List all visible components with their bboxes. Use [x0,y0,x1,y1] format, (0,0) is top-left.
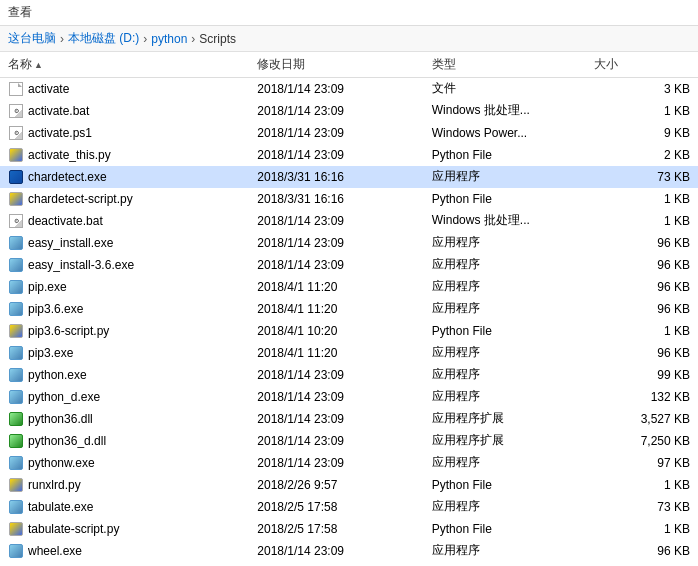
file-modified: 2018/4/1 10:20 [249,320,424,342]
file-size: 3 KB [586,78,698,100]
file-size: 1 KB [586,100,698,122]
file-modified: 2018/1/14 23:09 [249,122,424,144]
table-row[interactable]: runxlrd.py2018/2/26 9:57Python File1 KB [0,474,698,496]
file-type: 应用程序 [424,364,586,386]
table-row[interactable]: ⚙activate.bat2018/1/14 23:09Windows 批处理.… [0,100,698,122]
breadcrumb-sep-3: › [191,32,195,46]
col-type-header[interactable]: 类型 [424,52,586,78]
file-modified: 2018/1/14 23:09 [249,540,424,562]
file-type: 应用程序 [424,452,586,474]
file-size: 1 KB [586,518,698,540]
file-name: python_d.exe [28,390,100,404]
file-name-cell: pip3.6-script.py [0,320,249,342]
file-type: 应用程序 [424,166,586,188]
table-row[interactable]: wheel.exe2018/1/14 23:09应用程序96 KB [0,540,698,562]
file-size: 96 KB [586,342,698,364]
file-name: easy_install.exe [28,236,113,250]
table-row[interactable]: easy_install.exe2018/1/14 23:09应用程序96 KB [0,232,698,254]
breadcrumb-sep-1: › [60,32,64,46]
file-name: pip.exe [28,280,67,294]
table-row[interactable]: pip3.6-script.py2018/4/1 10:20Python Fil… [0,320,698,342]
table-row[interactable]: pip3.6.exe2018/4/1 11:20应用程序96 KB [0,298,698,320]
file-list: 名称 ▲ 修改日期 类型 大小 activate2018/1/14 23:09文… [0,52,698,562]
file-size: 96 KB [586,232,698,254]
file-name: pip3.exe [28,346,73,360]
file-name-cell: pip.exe [0,276,249,298]
table-row[interactable]: python36_d.dll2018/1/14 23:09应用程序扩展7,250… [0,430,698,452]
file-type: 应用程序扩展 [424,430,586,452]
file-name-cell: python_d.exe [0,386,249,408]
file-name-cell: activate_this.py [0,144,249,166]
file-size: 96 KB [586,254,698,276]
file-size: 1 KB [586,210,698,232]
file-modified: 2018/3/31 16:16 [249,166,424,188]
file-size: 99 KB [586,364,698,386]
file-modified: 2018/1/14 23:09 [249,232,424,254]
file-name-cell: ⚙deactivate.bat [0,210,249,232]
file-type: 文件 [424,78,586,100]
table-row[interactable]: activate2018/1/14 23:09文件3 KB [0,78,698,100]
col-name-header[interactable]: 名称 ▲ [0,52,249,78]
file-name-cell: wheel.exe [0,540,249,562]
table-row[interactable]: easy_install-3.6.exe2018/1/14 23:09应用程序9… [0,254,698,276]
file-name: easy_install-3.6.exe [28,258,134,272]
file-name: python.exe [28,368,87,382]
file-modified: 2018/1/14 23:09 [249,364,424,386]
file-size: 132 KB [586,386,698,408]
breadcrumb: 这台电脑 › 本地磁盘 (D:) › python › Scripts [0,26,698,52]
breadcrumb-item-scripts: Scripts [199,32,236,46]
breadcrumb-item-pc[interactable]: 这台电脑 [8,30,56,47]
file-modified: 2018/1/14 23:09 [249,100,424,122]
table-row[interactable]: pythonw.exe2018/1/14 23:09应用程序97 KB [0,452,698,474]
breadcrumb-item-disk[interactable]: 本地磁盘 (D:) [68,30,139,47]
table-row[interactable]: chardetect.exe2018/3/31 16:16应用程序73 KB [0,166,698,188]
file-name-cell: ⚙activate.bat [0,100,249,122]
table-row[interactable]: tabulate-script.py2018/2/5 17:58Python F… [0,518,698,540]
table-row[interactable]: tabulate.exe2018/2/5 17:58应用程序73 KB [0,496,698,518]
table-row[interactable]: pip.exe2018/4/1 11:20应用程序96 KB [0,276,698,298]
search-bar: 查看 [0,0,698,26]
file-size: 96 KB [586,298,698,320]
table-row[interactable]: python36.dll2018/1/14 23:09应用程序扩展3,527 K… [0,408,698,430]
file-type: 应用程序 [424,254,586,276]
file-size: 1 KB [586,474,698,496]
file-type: Python File [424,320,586,342]
file-name-cell: pip3.exe [0,342,249,364]
table-row[interactable]: activate_this.py2018/1/14 23:09Python Fi… [0,144,698,166]
file-name-cell: pip3.6.exe [0,298,249,320]
file-size: 7,250 KB [586,430,698,452]
file-name: pip3.6.exe [28,302,83,316]
breadcrumb-sep-2: › [143,32,147,46]
breadcrumb-item-python[interactable]: python [151,32,187,46]
table-row[interactable]: ⚙deactivate.bat2018/1/14 23:09Windows 批处… [0,210,698,232]
file-name-cell: python.exe [0,364,249,386]
file-type: Python File [424,474,586,496]
table-row[interactable]: chardetect-script.py2018/3/31 16:16Pytho… [0,188,698,210]
file-name-cell: tabulate.exe [0,496,249,518]
file-name-cell: tabulate-script.py [0,518,249,540]
column-headers: 名称 ▲ 修改日期 类型 大小 [0,52,698,78]
col-size-header[interactable]: 大小 [586,52,698,78]
file-name-cell: easy_install-3.6.exe [0,254,249,276]
file-modified: 2018/2/5 17:58 [249,496,424,518]
col-modified-header[interactable]: 修改日期 [249,52,424,78]
file-name-cell: chardetect.exe [0,166,249,188]
file-name: chardetect-script.py [28,192,133,206]
file-size: 2 KB [586,144,698,166]
file-modified: 2018/4/1 11:20 [249,276,424,298]
table-row[interactable]: python.exe2018/1/14 23:09应用程序99 KB [0,364,698,386]
file-modified: 2018/1/14 23:09 [249,144,424,166]
file-name: deactivate.bat [28,214,103,228]
file-name: pythonw.exe [28,456,95,470]
table-row[interactable]: ⚙activate.ps12018/1/14 23:09Windows Powe… [0,122,698,144]
table-row[interactable]: pip3.exe2018/4/1 11:20应用程序96 KB [0,342,698,364]
file-type: Python File [424,518,586,540]
file-size: 73 KB [586,496,698,518]
file-name: python36_d.dll [28,434,106,448]
file-modified: 2018/1/14 23:09 [249,408,424,430]
file-type: Windows Power... [424,122,586,144]
file-name: activate_this.py [28,148,111,162]
file-type: 应用程序 [424,342,586,364]
file-name-cell: chardetect-script.py [0,188,249,210]
table-row[interactable]: python_d.exe2018/1/14 23:09应用程序132 KB [0,386,698,408]
